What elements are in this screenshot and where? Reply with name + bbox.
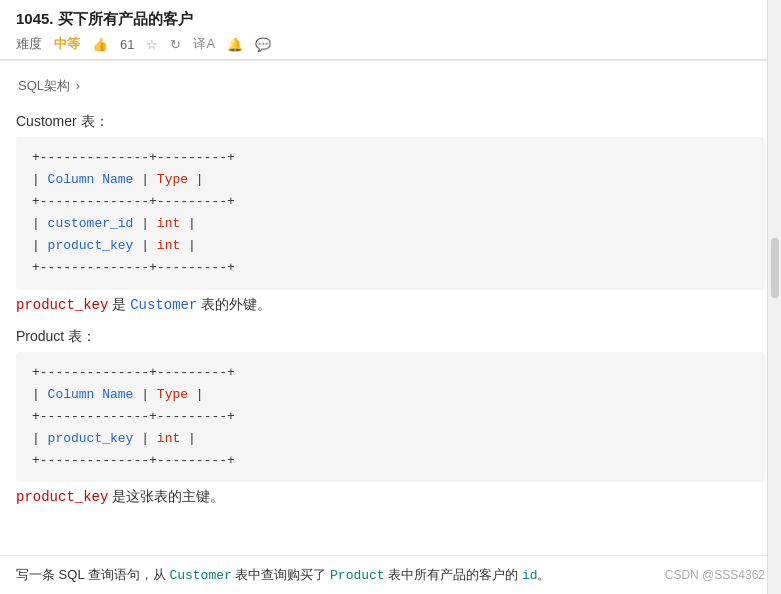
- problem-header: 1045. 买下所有产品的客户 难度 中等 👍 61 ☆ ↻ 译A 🔔 💬: [0, 0, 781, 60]
- product-note-key: product_key: [16, 489, 108, 505]
- customer-row-4: | product_key | int |: [32, 235, 749, 257]
- customer-note-suffix: 表的外键。: [201, 296, 271, 312]
- difficulty-label: 难度: [16, 35, 42, 53]
- product-row-4: +--------------+---------+: [32, 450, 749, 472]
- meta-row: 难度 中等 👍 61 ☆ ↻ 译A 🔔 💬: [16, 35, 765, 53]
- like-icon[interactable]: 👍: [92, 37, 108, 52]
- main-content: Customer 表： +--------------+---------+ |…: [0, 113, 781, 536]
- customer-note-table: Customer: [130, 297, 197, 313]
- product-row-1: | Column Name | Type |: [32, 384, 749, 406]
- customer-note-text: 是: [112, 296, 130, 312]
- bell-icon[interactable]: 🔔: [227, 37, 243, 52]
- comment-icon[interactable]: 💬: [255, 37, 271, 52]
- difficulty-value: 中等: [54, 35, 80, 53]
- breadcrumb-text: SQL架构: [18, 78, 70, 93]
- breadcrumb[interactable]: SQL架构 ›: [0, 69, 781, 103]
- scrollbar-thumb[interactable]: [771, 238, 779, 298]
- star-icon[interactable]: ☆: [146, 37, 158, 52]
- product-row-0: +--------------+---------+: [32, 362, 749, 384]
- bottom-product-ref: Product: [330, 568, 385, 583]
- customer-note-key: product_key: [16, 297, 108, 313]
- product-note: product_key 是这张表的主键。: [16, 488, 765, 506]
- product-row-2: +--------------+---------+: [32, 406, 749, 428]
- like-count: 61: [120, 37, 134, 52]
- scrollbar[interactable]: [767, 0, 781, 594]
- csdn-label: CSDN @SSS4362: [665, 568, 765, 582]
- customer-row-0: +--------------+---------+: [32, 147, 749, 169]
- customer-row-3: | customer_id | int |: [32, 213, 749, 235]
- product-table-block: +--------------+---------+ | Column Name…: [16, 352, 765, 482]
- product-section-label: Product 表：: [16, 328, 765, 346]
- bottom-id-ref: id: [522, 568, 538, 583]
- header-divider: [0, 60, 781, 61]
- customer-note: product_key 是 Customer 表的外键。: [16, 296, 765, 314]
- customer-section-label: Customer 表：: [16, 113, 765, 131]
- product-note-text: 是这张表的主键。: [112, 488, 224, 504]
- product-row-3: | product_key | int |: [32, 428, 749, 450]
- customer-row-5: +--------------+---------+: [32, 257, 749, 279]
- bottom-text: 写一条 SQL 查询语句，从 Customer 表中查询购买了 Product …: [16, 566, 550, 584]
- bottom-text-part1: 写一条 SQL 查询语句，从: [16, 567, 169, 582]
- customer-row-1: | Column Name | Type |: [32, 169, 749, 191]
- bottom-bar: 写一条 SQL 查询语句，从 Customer 表中查询购买了 Product …: [0, 555, 781, 594]
- breadcrumb-arrow: ›: [76, 78, 80, 93]
- bottom-text-part4: 。: [537, 567, 550, 582]
- translate-icon[interactable]: 译A: [193, 35, 215, 53]
- customer-row-2: +--------------+---------+: [32, 191, 749, 213]
- bottom-text-part3: 表中所有产品的客户的: [385, 567, 522, 582]
- problem-title: 1045. 买下所有产品的客户: [16, 10, 765, 29]
- bottom-text-part2: 表中查询购买了: [232, 567, 330, 582]
- customer-table-block: +--------------+---------+ | Column Name…: [16, 137, 765, 290]
- bottom-customer-ref: Customer: [169, 568, 231, 583]
- refresh-icon[interactable]: ↻: [170, 37, 181, 52]
